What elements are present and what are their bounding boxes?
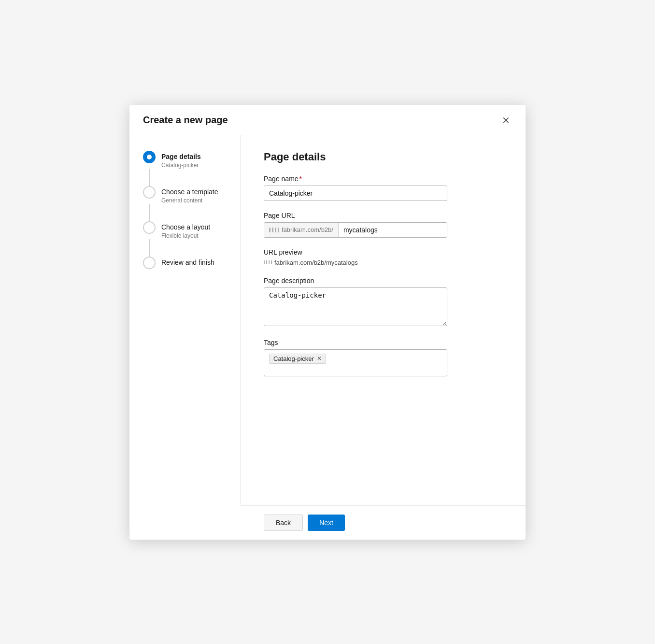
step-connector-2 [149,204,150,221]
step-sublabel-2: General content [161,197,218,204]
main-content: Page details Page name* Page URL fabrika… [241,135,526,505]
step-text-4: Review and finish [161,257,214,267]
step-text-3: Choose a layout Flexible layout [161,221,210,239]
tag-chip-label: Catalog-picker [273,355,314,362]
step-dot-4 [143,257,156,269]
page-name-input[interactable] [264,186,447,201]
step-label-3: Choose a layout [161,223,210,231]
form-group-tags: Tags Catalog-picker ✕ [264,339,502,376]
url-input[interactable] [339,223,447,237]
tags-box[interactable]: Catalog-picker ✕ [264,349,447,376]
section-title: Page details [264,151,502,163]
close-button[interactable]: ✕ [500,114,512,127]
page-description-label: Page description [264,277,502,285]
form-group-url-preview: URL preview fabrikam.com/b2b/mycatalogs [264,248,502,266]
page-url-label: Page URL [264,212,502,219]
step-sublabel-1: Catalog-picker [161,162,201,169]
step-group-1: Page details Catalog-picker [143,151,230,186]
step-group-3: Choose a layout Flexible layout [143,221,230,257]
step-sublabel-3: Flexible layout [161,232,210,239]
page-name-label: Page name* [264,175,502,183]
dialog-header: Create a new page ✕ [129,105,526,135]
page-description-textarea[interactable]: Catalog-picker [264,287,447,326]
dialog-footer: Back Next [241,505,526,540]
tag-remove-button[interactable]: ✕ [317,356,322,361]
url-dots-icon [269,228,280,232]
step-row-4: Review and finish [143,257,230,269]
sidebar: Page details Catalog-picker [129,135,241,505]
step-group-2: Choose a template General content [143,186,230,221]
form-group-page-name: Page name* [264,175,502,201]
create-page-dialog: Create a new page ✕ Page details Catalog… [129,105,526,540]
step-connector-1 [149,169,150,186]
tags-label: Tags [264,339,502,346]
step-text-1: Page details Catalog-picker [161,151,201,169]
step-line-container-4 [143,257,156,269]
step-connector-3 [149,239,150,257]
step-row-2: Choose a template General content [143,186,230,204]
url-preview-label: URL preview [264,248,502,256]
dialog-body: Page details Catalog-picker [129,135,526,505]
dialog-title: Create a new page [143,114,228,126]
step-line-container-1 [143,151,156,163]
url-preview-value: fabrikam.com/b2b/mycatalogs [264,259,502,266]
step-label-4: Review and finish [161,258,214,267]
form-group-page-url: Page URL fabrikam.com/b2b/ [264,212,502,238]
step-label-2: Choose a template [161,187,218,196]
step-label-1: Page details [161,152,201,161]
step-dot-2 [143,186,156,199]
next-button[interactable]: Next [308,515,345,531]
step-row-3: Choose a layout Flexible layout [143,221,230,239]
step-dot-1 [143,151,156,163]
form-group-page-description: Page description Catalog-picker [264,277,502,328]
back-button[interactable]: Back [264,515,303,531]
step-text-2: Choose a template General content [161,186,218,204]
step-line-container-3 [143,221,156,234]
url-row: fabrikam.com/b2b/ [264,222,447,238]
step-group-4: Review and finish [143,257,230,269]
required-star: * [299,175,302,183]
step-dot-3 [143,221,156,234]
step-row-1: Page details Catalog-picker [143,151,230,169]
tag-chip-catalog-picker: Catalog-picker ✕ [269,354,326,364]
url-prefix: fabrikam.com/b2b/ [264,223,339,237]
url-dots-small-icon [264,260,272,264]
step-line-container-2 [143,186,156,199]
